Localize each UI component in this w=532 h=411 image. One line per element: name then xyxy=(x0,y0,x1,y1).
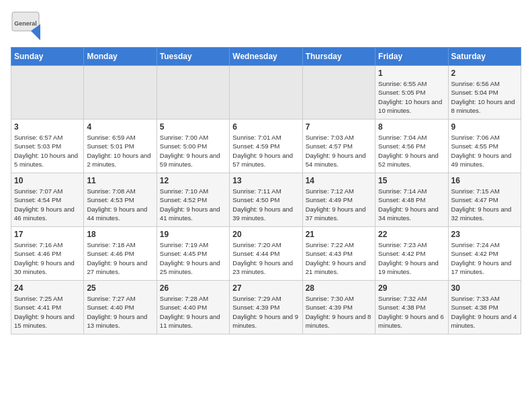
day-cell: 26Sunrise: 7:28 AM Sunset: 4:40 PM Dayli… xyxy=(157,281,229,334)
day-info: Sunrise: 7:20 AM Sunset: 4:44 PM Dayligh… xyxy=(232,240,299,276)
day-info: Sunrise: 7:16 AM Sunset: 4:46 PM Dayligh… xyxy=(14,240,81,276)
day-cell: 3Sunrise: 6:57 AM Sunset: 5:03 PM Daylig… xyxy=(11,120,84,173)
calendar-table: SundayMondayTuesdayWednesdayThursdayFrid… xyxy=(11,47,521,334)
day-cell: 25Sunrise: 7:27 AM Sunset: 4:40 PM Dayli… xyxy=(84,281,157,334)
day-info: Sunrise: 7:11 AM Sunset: 4:50 PM Dayligh… xyxy=(232,187,299,222)
day-info: Sunrise: 7:15 AM Sunset: 4:47 PM Dayligh… xyxy=(451,187,518,222)
day-number: 11 xyxy=(87,176,153,185)
day-info: Sunrise: 7:14 AM Sunset: 4:48 PM Dayligh… xyxy=(378,187,445,222)
day-number: 25 xyxy=(87,283,153,293)
day-cell: 17Sunrise: 7:16 AM Sunset: 4:46 PM Dayli… xyxy=(11,227,84,281)
day-cell: 6Sunrise: 7:01 AM Sunset: 4:59 PM Daylig… xyxy=(230,120,302,173)
day-cell: 28Sunrise: 7:30 AM Sunset: 4:39 PM Dayli… xyxy=(302,281,375,334)
day-cell xyxy=(157,66,229,120)
day-number: 24 xyxy=(14,283,81,293)
week-row-5: 24Sunrise: 7:25 AM Sunset: 4:41 PM Dayli… xyxy=(11,281,521,334)
day-info: Sunrise: 7:00 AM Sunset: 5:00 PM Dayligh… xyxy=(160,133,226,169)
day-info: Sunrise: 7:03 AM Sunset: 4:57 PM Dayligh… xyxy=(306,133,372,169)
day-info: Sunrise: 7:18 AM Sunset: 4:46 PM Dayligh… xyxy=(87,240,153,276)
day-number: 30 xyxy=(451,283,518,293)
header-monday: Monday xyxy=(84,48,157,66)
day-info: Sunrise: 6:55 AM Sunset: 5:05 PM Dayligh… xyxy=(378,79,445,115)
day-cell xyxy=(230,66,302,120)
day-number: 5 xyxy=(160,122,226,132)
header-wednesday: Wednesday xyxy=(230,48,302,66)
day-number: 10 xyxy=(14,176,81,185)
day-cell: 14Sunrise: 7:12 AM Sunset: 4:49 PM Dayli… xyxy=(302,173,375,227)
day-info: Sunrise: 7:08 AM Sunset: 4:53 PM Dayligh… xyxy=(87,187,153,222)
day-number: 15 xyxy=(378,176,445,185)
day-cell: 2Sunrise: 6:56 AM Sunset: 5:04 PM Daylig… xyxy=(448,66,521,120)
day-number: 8 xyxy=(378,122,445,132)
day-cell: 27Sunrise: 7:29 AM Sunset: 4:39 PM Dayli… xyxy=(230,281,302,334)
week-row-3: 10Sunrise: 7:07 AM Sunset: 4:54 PM Dayli… xyxy=(11,173,521,227)
day-info: Sunrise: 7:29 AM Sunset: 4:39 PM Dayligh… xyxy=(232,294,299,330)
day-number: 20 xyxy=(232,230,299,239)
day-info: Sunrise: 7:30 AM Sunset: 4:39 PM Dayligh… xyxy=(306,294,372,330)
day-cell: 9Sunrise: 7:06 AM Sunset: 4:55 PM Daylig… xyxy=(448,120,521,173)
day-info: Sunrise: 7:10 AM Sunset: 4:52 PM Dayligh… xyxy=(160,187,226,222)
day-info: Sunrise: 7:12 AM Sunset: 4:49 PM Dayligh… xyxy=(306,187,372,222)
day-number: 27 xyxy=(232,283,299,293)
day-info: Sunrise: 7:04 AM Sunset: 4:56 PM Dayligh… xyxy=(378,133,445,169)
day-number: 23 xyxy=(451,230,518,239)
day-info: Sunrise: 6:56 AM Sunset: 5:04 PM Dayligh… xyxy=(451,79,518,115)
day-number: 7 xyxy=(306,122,372,132)
day-cell: 4Sunrise: 6:59 AM Sunset: 5:01 PM Daylig… xyxy=(84,120,157,173)
day-info: Sunrise: 7:01 AM Sunset: 4:59 PM Dayligh… xyxy=(232,133,299,169)
day-cell: 24Sunrise: 7:25 AM Sunset: 4:41 PM Dayli… xyxy=(11,281,84,334)
day-number: 21 xyxy=(306,230,372,239)
day-cell: 10Sunrise: 7:07 AM Sunset: 4:54 PM Dayli… xyxy=(11,173,84,227)
logo: General xyxy=(11,11,44,40)
day-number: 18 xyxy=(87,230,153,239)
svg-text:General: General xyxy=(14,20,37,27)
page-header: General xyxy=(11,11,521,40)
day-cell: 18Sunrise: 7:18 AM Sunset: 4:46 PM Dayli… xyxy=(84,227,157,281)
day-cell: 29Sunrise: 7:32 AM Sunset: 4:38 PM Dayli… xyxy=(375,281,448,334)
day-cell xyxy=(84,66,157,120)
day-info: Sunrise: 7:24 AM Sunset: 4:42 PM Dayligh… xyxy=(451,240,518,276)
day-info: Sunrise: 7:28 AM Sunset: 4:40 PM Dayligh… xyxy=(160,294,226,330)
day-cell: 21Sunrise: 7:22 AM Sunset: 4:43 PM Dayli… xyxy=(302,227,375,281)
day-cell: 30Sunrise: 7:33 AM Sunset: 4:38 PM Dayli… xyxy=(448,281,521,334)
day-number: 12 xyxy=(160,176,226,185)
day-info: Sunrise: 7:07 AM Sunset: 4:54 PM Dayligh… xyxy=(14,187,81,222)
day-cell: 12Sunrise: 7:10 AM Sunset: 4:52 PM Dayli… xyxy=(157,173,229,227)
week-row-1: 1Sunrise: 6:55 AM Sunset: 5:05 PM Daylig… xyxy=(11,66,521,120)
day-cell xyxy=(11,66,84,120)
logo-icon: General xyxy=(11,11,40,40)
week-row-4: 17Sunrise: 7:16 AM Sunset: 4:46 PM Dayli… xyxy=(11,227,521,281)
day-cell: 23Sunrise: 7:24 AM Sunset: 4:42 PM Dayli… xyxy=(448,227,521,281)
header-thursday: Thursday xyxy=(302,48,375,66)
day-number: 28 xyxy=(306,283,372,293)
day-cell: 20Sunrise: 7:20 AM Sunset: 4:44 PM Dayli… xyxy=(230,227,302,281)
day-cell: 11Sunrise: 7:08 AM Sunset: 4:53 PM Dayli… xyxy=(84,173,157,227)
day-info: Sunrise: 7:19 AM Sunset: 4:45 PM Dayligh… xyxy=(160,240,226,276)
day-info: Sunrise: 7:06 AM Sunset: 4:55 PM Dayligh… xyxy=(451,133,518,169)
day-cell: 7Sunrise: 7:03 AM Sunset: 4:57 PM Daylig… xyxy=(302,120,375,173)
header-friday: Friday xyxy=(375,48,448,66)
day-cell: 8Sunrise: 7:04 AM Sunset: 4:56 PM Daylig… xyxy=(375,120,448,173)
day-number: 26 xyxy=(160,283,226,293)
header-row: SundayMondayTuesdayWednesdayThursdayFrid… xyxy=(11,48,521,66)
day-number: 6 xyxy=(232,122,299,132)
day-cell: 22Sunrise: 7:23 AM Sunset: 4:42 PM Dayli… xyxy=(375,227,448,281)
day-info: Sunrise: 7:25 AM Sunset: 4:41 PM Dayligh… xyxy=(14,294,81,330)
day-cell: 15Sunrise: 7:14 AM Sunset: 4:48 PM Dayli… xyxy=(375,173,448,227)
day-number: 16 xyxy=(451,176,518,185)
day-cell: 13Sunrise: 7:11 AM Sunset: 4:50 PM Dayli… xyxy=(230,173,302,227)
day-number: 29 xyxy=(378,283,445,293)
header-tuesday: Tuesday xyxy=(157,48,229,66)
header-sunday: Sunday xyxy=(11,48,84,66)
day-number: 3 xyxy=(14,122,81,132)
day-info: Sunrise: 7:22 AM Sunset: 4:43 PM Dayligh… xyxy=(306,240,372,276)
day-info: Sunrise: 7:27 AM Sunset: 4:40 PM Dayligh… xyxy=(87,294,153,330)
day-number: 17 xyxy=(14,230,81,239)
day-info: Sunrise: 6:59 AM Sunset: 5:01 PM Dayligh… xyxy=(87,133,153,169)
day-number: 1 xyxy=(378,68,445,78)
day-info: Sunrise: 7:32 AM Sunset: 4:38 PM Dayligh… xyxy=(378,294,445,330)
day-info: Sunrise: 6:57 AM Sunset: 5:03 PM Dayligh… xyxy=(14,133,81,169)
day-number: 9 xyxy=(451,122,518,132)
day-number: 13 xyxy=(232,176,299,185)
day-cell: 19Sunrise: 7:19 AM Sunset: 4:45 PM Dayli… xyxy=(157,227,229,281)
